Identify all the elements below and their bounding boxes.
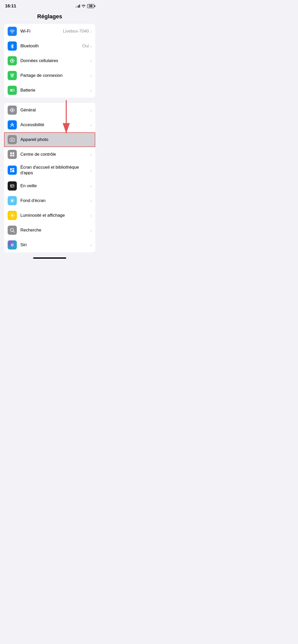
standby-chevron: › bbox=[90, 184, 92, 188]
bluetooth-chevron: › bbox=[90, 44, 92, 48]
display-label: Luminosité et affichage bbox=[20, 213, 90, 218]
gear-icon bbox=[9, 107, 15, 113]
svg-point-29 bbox=[12, 198, 12, 199]
wifi-icon-wrap bbox=[8, 27, 17, 36]
wifi-chevron: › bbox=[90, 29, 92, 34]
page-title: Réglages bbox=[0, 11, 99, 24]
siri-row[interactable]: Siri › bbox=[4, 238, 95, 252]
homescreen-chevron: › bbox=[90, 168, 92, 172]
general-row[interactable]: Général › bbox=[4, 103, 95, 118]
hotspot-label: Partage de connexion bbox=[20, 73, 90, 78]
general-chevron: › bbox=[90, 108, 92, 112]
bluetooth-row[interactable]: Bluetooth Oui › bbox=[4, 39, 95, 53]
display-row[interactable]: Luminosité et affichage › bbox=[4, 208, 95, 223]
accessibility-icon bbox=[9, 122, 15, 128]
svg-point-33 bbox=[11, 214, 13, 216]
wifi-icon bbox=[9, 28, 15, 34]
svg-point-34 bbox=[10, 228, 13, 231]
battery-settings-label: Batterie bbox=[20, 87, 90, 93]
svg-rect-19 bbox=[12, 155, 14, 156]
svg-point-0 bbox=[12, 32, 13, 33]
annotation-container: Général › Accessibilité › bbox=[0, 103, 99, 252]
wallpaper-row[interactable]: Fond d'écran › bbox=[4, 193, 95, 208]
wallpaper-icon-wrap bbox=[8, 196, 17, 205]
svg-point-31 bbox=[10, 200, 10, 201]
svg-point-15 bbox=[11, 139, 13, 141]
svg-point-14 bbox=[12, 123, 13, 124]
status-time: 16:11 bbox=[5, 4, 16, 9]
cellular-icon bbox=[9, 58, 15, 64]
wallpaper-label: Fond d'écran bbox=[20, 198, 90, 203]
standby-icon-wrap bbox=[8, 181, 17, 191]
homescreen-icon bbox=[9, 167, 15, 173]
wallpaper-icon bbox=[9, 198, 15, 203]
wifi-value: Livebox-7040 bbox=[63, 29, 89, 34]
display-icon bbox=[9, 213, 15, 218]
display-icon-wrap bbox=[8, 211, 17, 220]
svg-point-32 bbox=[14, 200, 15, 201]
svg-rect-11 bbox=[11, 90, 12, 91]
control-center-label: Centre de contrôle bbox=[20, 152, 90, 157]
homescreen-icon-wrap bbox=[8, 166, 17, 175]
search-row[interactable]: Recherche › bbox=[4, 223, 95, 238]
camera-row[interactable]: Appareil photo › bbox=[4, 132, 95, 147]
control-center-icon bbox=[9, 152, 15, 157]
search-chevron: › bbox=[90, 228, 92, 232]
wifi-status-icon bbox=[82, 5, 86, 8]
cellular-icon-wrap bbox=[8, 56, 17, 65]
status-icons: 38 bbox=[75, 4, 94, 8]
control-center-row[interactable]: Centre de contrôle › bbox=[4, 147, 95, 162]
control-center-chevron: › bbox=[90, 152, 92, 157]
svg-rect-22 bbox=[12, 170, 14, 172]
svg-point-37 bbox=[11, 244, 13, 246]
siri-chevron: › bbox=[90, 243, 92, 247]
connectivity-group: Wi-Fi Livebox-7040 › Bluetooth Oui › Don… bbox=[4, 24, 95, 98]
svg-point-30 bbox=[12, 202, 12, 203]
homescreen-label: Écran d'accueil et bibliothèque d'apps bbox=[20, 165, 90, 176]
svg-rect-26 bbox=[11, 186, 12, 187]
svg-point-13 bbox=[11, 109, 13, 111]
standby-row[interactable]: En veille › bbox=[4, 179, 95, 193]
battery-settings-chevron: › bbox=[90, 88, 92, 93]
cellular-row[interactable]: Données cellulaires › bbox=[4, 53, 95, 68]
accessibility-row[interactable]: Accessibilité › bbox=[4, 118, 95, 132]
search-icon-wrap bbox=[8, 226, 17, 235]
svg-rect-10 bbox=[14, 90, 15, 91]
hotspot-icon bbox=[9, 73, 15, 78]
search-icon bbox=[9, 227, 15, 233]
svg-rect-16 bbox=[10, 152, 12, 154]
standby-label: En veille bbox=[20, 183, 90, 189]
homescreen-row[interactable]: Écran d'accueil et bibliothèque d'apps › bbox=[4, 162, 95, 179]
svg-point-2 bbox=[11, 60, 13, 62]
general-icon-wrap bbox=[8, 106, 17, 115]
system-group: Général › Accessibilité › bbox=[4, 103, 95, 252]
bluetooth-value: Oui bbox=[82, 43, 89, 49]
battery-settings-row[interactable]: Batterie › bbox=[4, 83, 95, 98]
camera-row-wrap: Appareil photo › bbox=[4, 132, 95, 147]
accessibility-chevron: › bbox=[90, 123, 92, 127]
hotspot-chevron: › bbox=[90, 74, 92, 78]
general-label: Général bbox=[20, 107, 90, 113]
battery-status-icon: 38 bbox=[87, 4, 94, 8]
hotspot-row[interactable]: Partage de connexion › bbox=[4, 68, 95, 83]
hotspot-icon-wrap bbox=[8, 71, 17, 80]
signal-icon bbox=[75, 5, 80, 8]
standby-icon bbox=[9, 183, 15, 189]
siri-icon-wrap bbox=[8, 240, 17, 250]
svg-rect-8 bbox=[12, 75, 13, 76]
camera-icon-wrap bbox=[8, 135, 17, 144]
battery-settings-icon-wrap bbox=[8, 86, 17, 95]
camera-icon bbox=[9, 137, 15, 142]
control-center-icon-wrap bbox=[8, 150, 17, 159]
svg-rect-20 bbox=[10, 168, 12, 170]
cellular-chevron: › bbox=[90, 59, 92, 63]
svg-rect-23 bbox=[10, 171, 12, 172]
home-indicator bbox=[33, 257, 66, 259]
wifi-row[interactable]: Wi-Fi Livebox-7040 › bbox=[4, 24, 95, 39]
bluetooth-icon bbox=[9, 43, 15, 49]
wifi-label: Wi-Fi bbox=[20, 28, 63, 34]
battery-settings-icon bbox=[9, 87, 15, 93]
svg-rect-17 bbox=[12, 152, 14, 154]
display-chevron: › bbox=[90, 213, 92, 218]
bluetooth-icon-wrap bbox=[8, 41, 17, 51]
